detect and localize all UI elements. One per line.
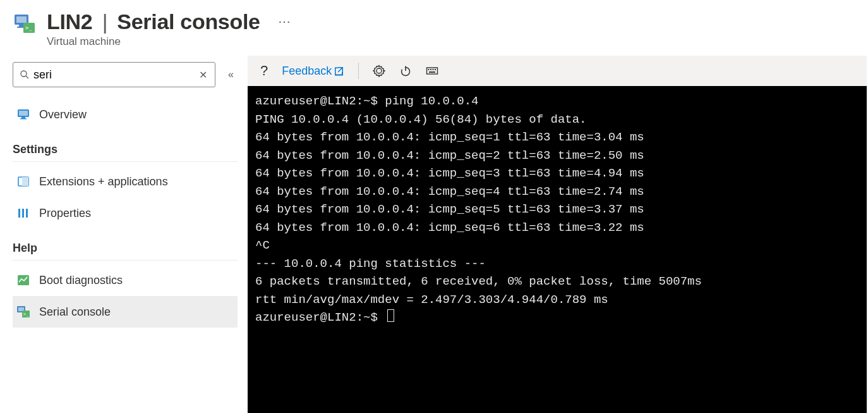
power-icon[interactable] [399, 65, 412, 77]
svg-text:>_: >_ [23, 312, 29, 317]
svg-rect-13 [22, 177, 28, 186]
external-link-icon [334, 66, 344, 76]
keyboard-icon[interactable] [426, 65, 438, 77]
feedback-label: Feedback [282, 65, 332, 78]
extension-icon [16, 175, 30, 188]
resource-name: LIN2 [47, 9, 92, 34]
blade-name: Serial console [117, 9, 260, 34]
properties-icon [16, 206, 30, 220]
console-icon: >_ [16, 305, 30, 319]
sidebar-item-boot-diag[interactable]: Boot diagnostics [13, 264, 238, 296]
resource-type: Virtual machine [47, 35, 855, 48]
main-pane: ? Feedback azureuser@LIN2: [248, 56, 867, 413]
toolbar: ? Feedback [248, 56, 867, 86]
help-button[interactable]: ? [260, 63, 268, 79]
feedback-button[interactable]: Feedback [282, 65, 344, 78]
page-title: LIN2 | Serial console [47, 9, 260, 34]
svg-rect-25 [428, 69, 430, 70]
sidebar-item-extensions[interactable]: Extensions + applications [13, 166, 238, 197]
svg-text:>_: >_ [25, 25, 32, 31]
svg-point-6 [21, 71, 27, 77]
sidebar-item-label: Properties [39, 207, 91, 220]
search-icon [20, 70, 30, 80]
sidebar-heading: Help [13, 242, 238, 261]
search-box[interactable]: ✕ [13, 62, 215, 87]
svg-rect-15 [22, 209, 24, 218]
blade-header: >_ LIN2 | Serial console ⋯ Virtual machi… [0, 0, 868, 56]
title-separator: | [102, 9, 108, 34]
svg-rect-27 [433, 69, 434, 70]
svg-rect-2 [19, 25, 24, 27]
vm-resource-icon: >_ [13, 13, 35, 35]
svg-rect-26 [430, 69, 431, 70]
svg-rect-10 [21, 117, 25, 118]
sidebar-item-label: Boot diagnostics [39, 274, 123, 287]
sidebar-item-label: Serial console [39, 305, 111, 319]
sidebar-item-overview[interactable]: Overview [13, 99, 238, 130]
svg-rect-24 [427, 68, 438, 74]
sidebar-item-serial-console[interactable]: >_Serial console [13, 296, 238, 328]
sidebar-item-label: Overview [39, 108, 87, 121]
search-input[interactable] [30, 68, 198, 82]
sidebar-item-label: Extensions + applications [39, 175, 168, 188]
toolbar-divider [358, 63, 359, 79]
terminal-cursor [387, 309, 394, 322]
sidebar-heading: Settings [13, 143, 238, 162]
svg-rect-28 [435, 69, 436, 70]
svg-line-7 [26, 76, 28, 78]
terminal-output[interactable]: azureuser@LIN2:~$ ping 10.0.0.4 PING 10.… [248, 86, 867, 413]
clear-search-icon[interactable]: ✕ [198, 69, 208, 81]
svg-rect-9 [19, 111, 28, 116]
svg-rect-16 [26, 209, 28, 218]
monitor-icon [16, 108, 30, 121]
collapse-sidebar-icon[interactable]: « [224, 65, 238, 84]
gear-icon[interactable] [373, 65, 385, 77]
svg-rect-29 [429, 71, 435, 73]
chart-icon [16, 273, 30, 287]
more-actions-icon[interactable]: ⋯ [278, 9, 292, 34]
svg-rect-1 [16, 16, 27, 23]
sidebar-item-properties[interactable]: Properties [13, 197, 238, 229]
sidebar: ✕ « OverviewSettingsExtensions + applica… [0, 56, 248, 413]
svg-rect-11 [20, 118, 27, 120]
svg-rect-14 [18, 209, 20, 218]
